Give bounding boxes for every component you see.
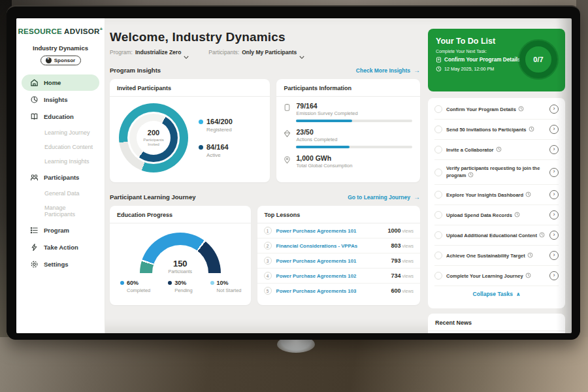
task-open-chevron[interactable] [549,105,559,114]
recent-news-card: Recent News [428,314,565,333]
lesson-row: 2 Financial Considerations - VPPAs 803vi… [257,238,420,253]
sidebar-item-general-data[interactable]: General Data [22,186,99,201]
task-open-chevron[interactable] [549,190,559,199]
task-open-chevron[interactable] [549,251,559,260]
task-open-chevron[interactable] [549,168,559,177]
task-checkbox[interactable] [434,231,442,239]
legend-pending: 30% Pending [168,280,193,293]
education-gauge-chart: 150 Participants [140,233,221,273]
task-row-send-invitations[interactable]: Send 50 Invitations to Participants [434,120,559,140]
participants-dropdown[interactable]: Participants: Only My Participants [208,49,304,56]
program-icon [30,226,39,235]
lesson-rank: 5 [264,287,272,295]
clock-icon [468,172,474,178]
program-insights-title: Program Insights [110,67,161,74]
gauge-legend: 60% Completed 30% Pending 10% Not Starte… [110,273,251,293]
lesson-rank: 4 [264,272,272,280]
task-row-invite-collaborator[interactable]: Invite a Collaborator [434,140,559,160]
stat-emission-survey: 79/164 Emission Survey Completed [283,102,412,122]
lesson-rank: 1 [264,227,272,235]
todo-progress-ring: 0/7 [519,41,557,78]
task-row-upload-educational-content[interactable]: Upload Additional Educational Content [434,225,559,246]
sidebar-item-take-action[interactable]: Take Action [22,239,99,255]
task-checkbox[interactable] [434,169,442,176]
lesson-link[interactable]: Power Purchase Agreements 101 [276,228,384,234]
collapse-tasks-link[interactable]: Collapse Tasks [434,286,559,301]
sidebar-item-learning-journey[interactable]: Learning Journey [22,125,99,140]
task-row-confirm-program[interactable]: Confirm Your Program Details [434,99,559,120]
sidebar-item-program[interactable]: Program [22,222,99,238]
clock-icon [527,252,533,258]
clock-icon [436,66,442,72]
task-open-chevron[interactable] [549,145,559,154]
task-open-chevron[interactable] [549,271,559,280]
lesson-link[interactable]: Financial Considerations - VPPAs [276,243,387,249]
invited-participants-card: Invited Participants 200 Participants In… [110,79,270,182]
stat-actions-completed: 23/50 Actions Completed [283,128,412,148]
learning-journey-title: Participant Learning Journey [110,193,195,201]
go-to-learning-journey-link[interactable]: Go to Learning Journey [348,193,420,201]
chevron-down-icon [184,50,189,54]
clock-icon [529,126,534,132]
task-open-chevron[interactable] [549,125,559,134]
home-icon [30,78,39,87]
task-checkbox[interactable] [434,211,442,219]
arrow-right-icon [414,67,420,74]
task-row-upload-spend-data[interactable]: Upload Spend Data Records [434,205,559,225]
next-task: Confirm Your Program Details [436,57,521,63]
sidebar-item-home[interactable]: Home [22,74,99,91]
education-icon [30,112,39,121]
sidebar-item-insights[interactable]: Insights [22,91,99,108]
lesson-link[interactable]: Power Purchase Agreements 102 [276,273,387,279]
task-checkbox[interactable] [434,146,442,154]
program-dropdown[interactable]: Program: Industrialize Zero [110,49,189,56]
lesson-row: 5 Power Purchase Agreements 103 600views [257,284,420,298]
task-open-chevron[interactable] [549,210,559,220]
invited-donut-chart: 200 Participants Invited [119,103,188,172]
insights-icon [30,95,39,104]
clock-icon [518,106,524,112]
sidebar-item-learning-insights[interactable]: Learning Insights [22,154,99,169]
sponsor-badge: Sponsor [41,56,81,65]
clock-icon [525,191,531,197]
lesson-rank: 2 [264,242,272,250]
task-row-complete-learning-journey[interactable]: Complete Your Learning Journey [434,266,559,286]
legend-active: 84/164 Active [199,143,233,158]
gear-icon [30,260,39,269]
sidebar: RESOURCE ADVISOR+ Industry Dynamics Spon… [16,18,105,333]
task-open-chevron[interactable] [549,231,559,240]
task-row-verify-participants[interactable]: Verify participants requesting to join t… [434,160,559,185]
lesson-link[interactable]: Power Purchase Agreements 101 [276,258,387,264]
top-lessons-card: Top Lessons 1 Power Purchase Agreements … [257,206,420,305]
legend-dot [199,120,203,124]
sidebar-item-education-content[interactable]: Education Content [22,140,99,154]
sidebar-item-settings[interactable]: Settings [22,256,99,272]
lesson-row: 1 Power Purchase Agreements 101 1000view… [257,223,420,238]
filters-row: Program: Industrialize Zero Participants… [110,49,420,56]
sidebar-item-education[interactable]: Education [22,108,99,125]
progress-bar [296,120,412,122]
due-date: 12 May 2025, 12:00 PM [436,66,521,72]
monitor-frame: RESOURCE ADVISOR+ Industry Dynamics Spon… [7,5,580,340]
task-row-achieve-sustainability-target[interactable]: Achieve One Sustainability Target [434,246,559,266]
sidebar-item-participants[interactable]: Participants [22,169,99,186]
lesson-row: 4 Power Purchase Agreements 102 734views [257,269,420,284]
organization-name: Industry Dynamics [16,44,105,52]
task-checkbox[interactable] [434,105,442,113]
task-checkbox[interactable] [434,125,442,133]
invited-legend: 164/200 Registered 84/164 Active [199,118,233,158]
legend-dot [120,281,124,285]
lesson-link[interactable]: Power Purchase Agreements 103 [276,288,387,294]
task-checkbox[interactable] [434,191,442,199]
todo-panel: Your To Do List Complete Your Next Task:… [428,18,565,333]
legend-not-started: 10% Not Started [210,280,242,293]
consumption-icon [283,155,291,164]
task-row-explore-insights[interactable]: Explore Your Insights Dashboard [434,185,559,205]
task-checkbox[interactable] [434,272,442,280]
sidebar-item-manage-participants[interactable]: Manage Participants [22,201,99,221]
sidebar-nav: Home Insights Education Learning Journey… [16,74,105,272]
check-more-insights-link[interactable]: Check More Insights [356,67,420,74]
task-checkbox[interactable] [434,252,442,259]
legend-dot [210,281,214,285]
todo-header-card: Your To Do List Complete Your Next Task:… [428,29,565,91]
